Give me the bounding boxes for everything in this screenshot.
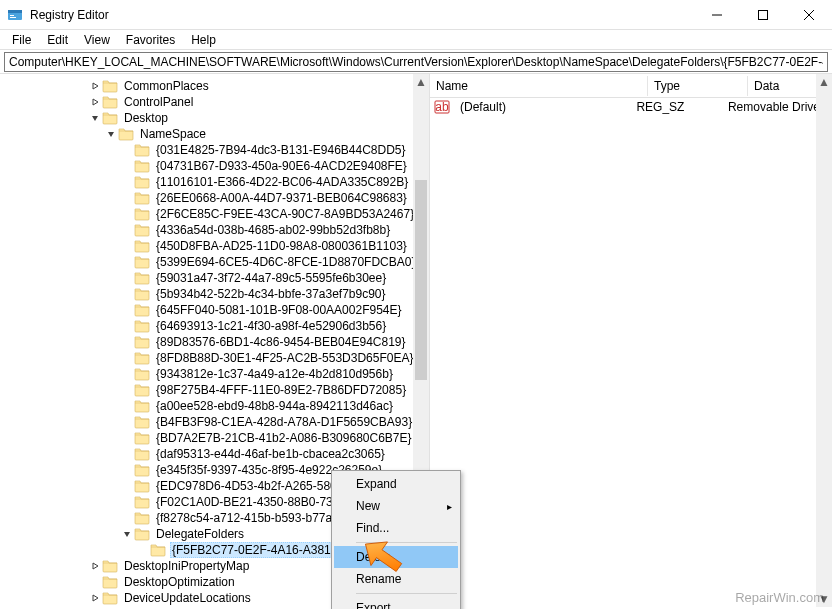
tree-node[interactable]: {4336a54d-038b-4685-ab02-99bb52d3fb8b}	[0, 222, 429, 238]
context-menu-label: Rename	[356, 572, 401, 586]
context-menu-item[interactable]: Rename	[334, 568, 458, 590]
folder-icon	[134, 222, 150, 238]
tree-node[interactable]: {98F275B4-4FFF-11E0-89E2-7B86DFD72085}	[0, 382, 429, 398]
value-list-pane[interactable]: Name Type Data ab(Default)REG_SZRemovabl…	[430, 74, 832, 607]
expand-toggle-icon[interactable]	[104, 127, 118, 141]
context-menu-label: Find...	[356, 521, 389, 535]
tree-node-label: Desktop	[122, 111, 170, 125]
folder-icon	[102, 558, 118, 574]
scroll-up-arrow-icon[interactable]: ▲	[816, 74, 832, 90]
tree-node-label: {8FD8B88D-30E1-4F25-AC2B-553D3D65F0EA}	[154, 351, 415, 365]
scroll-thumb[interactable]	[415, 180, 427, 380]
svg-rect-2	[10, 15, 14, 16]
context-menu-item[interactable]: New▸	[334, 495, 458, 517]
expand-toggle-icon[interactable]	[88, 95, 102, 109]
tree-node[interactable]: ControlPanel	[0, 94, 429, 110]
tree-node[interactable]: {daf95313-e44d-46af-be1b-cbacea2c3065}	[0, 446, 429, 462]
tree-node[interactable]: {a00ee528-ebd9-48b8-944a-8942113d46ac}	[0, 398, 429, 414]
tree-node[interactable]: {9343812e-1c37-4a49-a12e-4b2d810d956b}	[0, 366, 429, 382]
string-value-icon: ab	[434, 99, 450, 115]
tree-node[interactable]: {8FD8B88D-30E1-4F25-AC2B-553D3D65F0EA}	[0, 350, 429, 366]
folder-icon	[134, 254, 150, 270]
context-menu-item[interactable]: Expand	[334, 473, 458, 495]
context-menu-item[interactable]: Find...	[334, 517, 458, 539]
folder-icon	[102, 78, 118, 94]
menu-edit[interactable]: Edit	[39, 32, 76, 47]
expand-toggle-icon[interactable]	[88, 591, 102, 605]
folder-icon	[134, 238, 150, 254]
tree-node-label: {031E4825-7B94-4dc3-B131-E946B44C8DD5}	[154, 143, 408, 157]
list-body[interactable]: ab(Default)REG_SZRemovable Drives	[430, 98, 832, 116]
expand-toggle-icon[interactable]	[88, 79, 102, 93]
maximize-button[interactable]	[740, 0, 786, 30]
tree-node-label: {645FF040-5081-101B-9F08-00AA002F954E}	[154, 303, 404, 317]
tree-node[interactable]: {26EE0668-A00A-44D7-9371-BEB064C98683}	[0, 190, 429, 206]
expand-toggle-icon[interactable]	[88, 111, 102, 125]
tree-node[interactable]: {5399E694-6CE5-4D6C-8FCE-1D8870FDCBA0}	[0, 254, 429, 270]
tree-node[interactable]: {04731B67-D933-450a-90E6-4ACD2E9408FE}	[0, 158, 429, 174]
tree-node-label: {26EE0668-A00A-44D7-9371-BEB064C98683}	[154, 191, 409, 205]
tree-node-label: {a00ee528-ebd9-48b8-944a-8942113d46ac}	[154, 399, 395, 413]
tree-node[interactable]: {450D8FBA-AD25-11D0-98A8-0800361B1103}	[0, 238, 429, 254]
col-type[interactable]: Type	[648, 76, 748, 96]
tree-node[interactable]: {5b934b42-522b-4c34-bbfe-37a3ef7b9c90}	[0, 286, 429, 302]
expand-toggle-icon[interactable]	[120, 527, 134, 541]
expand-toggle-icon[interactable]	[88, 559, 102, 573]
tree-node[interactable]: CommonPlaces	[0, 78, 429, 94]
tree-node[interactable]: {645FF040-5081-101B-9F08-00AA002F954E}	[0, 302, 429, 318]
context-menu-label: Delete	[356, 550, 391, 564]
folder-icon	[102, 94, 118, 110]
menu-file[interactable]: File	[4, 32, 39, 47]
folder-icon	[102, 574, 118, 590]
menu-help[interactable]: Help	[183, 32, 224, 47]
context-menu-label: Expand	[356, 477, 397, 491]
tree-node[interactable]: {031E4825-7B94-4dc3-B131-E946B44C8DD5}	[0, 142, 429, 158]
list-header[interactable]: Name Type Data	[430, 74, 832, 98]
folder-icon	[134, 286, 150, 302]
tree-node-label: {5399E694-6CE5-4D6C-8FCE-1D8870FDCBA0}	[154, 255, 417, 269]
context-menu-item[interactable]: Export	[334, 597, 458, 609]
folder-icon	[102, 590, 118, 606]
tree-node-label: {64693913-1c21-4f30-a98f-4e52906d3b56}	[154, 319, 388, 333]
tree-node[interactable]: {2F6CE85C-F9EE-43CA-90C7-8A9BD53A2467}	[0, 206, 429, 222]
minimize-button[interactable]	[694, 0, 740, 30]
window-controls	[694, 0, 832, 30]
col-name[interactable]: Name	[430, 76, 648, 96]
context-menu-label: New	[356, 499, 380, 513]
folder-icon	[134, 270, 150, 286]
tree-node[interactable]: {89D83576-6BD1-4c86-9454-BEB04E94C819}	[0, 334, 429, 350]
watermark: RepairWin.com	[735, 590, 824, 605]
tree-node[interactable]: {BD7A2E7B-21CB-41b2-A086-B309680C6B7E}	[0, 430, 429, 446]
context-menu[interactable]: ExpandNew▸Find...DeleteRenameExportPermi…	[331, 470, 461, 609]
tree-node[interactable]: NameSpace	[0, 126, 429, 142]
scroll-up-arrow-icon[interactable]: ▲	[413, 74, 429, 90]
menu-view[interactable]: View	[76, 32, 118, 47]
folder-icon	[134, 446, 150, 462]
address-bar	[0, 50, 832, 74]
tree-node[interactable]: {11016101-E366-4D22-BC06-4ADA335C892B}	[0, 174, 429, 190]
menu-favorites[interactable]: Favorites	[118, 32, 183, 47]
tree-node-label: ControlPanel	[122, 95, 195, 109]
folder-icon	[134, 366, 150, 382]
tree-node[interactable]: Desktop	[0, 110, 429, 126]
folder-icon	[134, 190, 150, 206]
tree-node-label: {59031a47-3f72-44a7-89c5-5595fe6b30ee}	[154, 271, 388, 285]
tree-node[interactable]: {59031a47-3f72-44a7-89c5-5595fe6b30ee}	[0, 270, 429, 286]
list-vertical-scrollbar[interactable]: ▲ ▼	[816, 74, 832, 607]
folder-icon	[134, 526, 150, 542]
address-input[interactable]	[4, 52, 828, 72]
tree-node-label: {04731B67-D933-450a-90E6-4ACD2E9408FE}	[154, 159, 409, 173]
folder-icon	[134, 398, 150, 414]
close-button[interactable]	[786, 0, 832, 30]
tree-node[interactable]: {B4FB3F98-C1EA-428d-A78A-D1F5659CBA93}	[0, 414, 429, 430]
tree-node-label: {89D83576-6BD1-4c86-9454-BEB04E94C819}	[154, 335, 408, 349]
tree-node-label: {5b934b42-522b-4c34-bbfe-37a3ef7b9c90}	[154, 287, 388, 301]
submenu-arrow-icon: ▸	[447, 501, 452, 512]
folder-icon	[134, 158, 150, 174]
tree-node-label: CommonPlaces	[122, 79, 211, 93]
tree-node[interactable]: {64693913-1c21-4f30-a98f-4e52906d3b56}	[0, 318, 429, 334]
context-menu-item[interactable]: Delete	[334, 546, 458, 568]
tree-node-label: {98F275B4-4FFF-11E0-89E2-7B86DFD72085}	[154, 383, 408, 397]
folder-icon	[134, 318, 150, 334]
value-row[interactable]: ab(Default)REG_SZRemovable Drives	[430, 98, 832, 116]
